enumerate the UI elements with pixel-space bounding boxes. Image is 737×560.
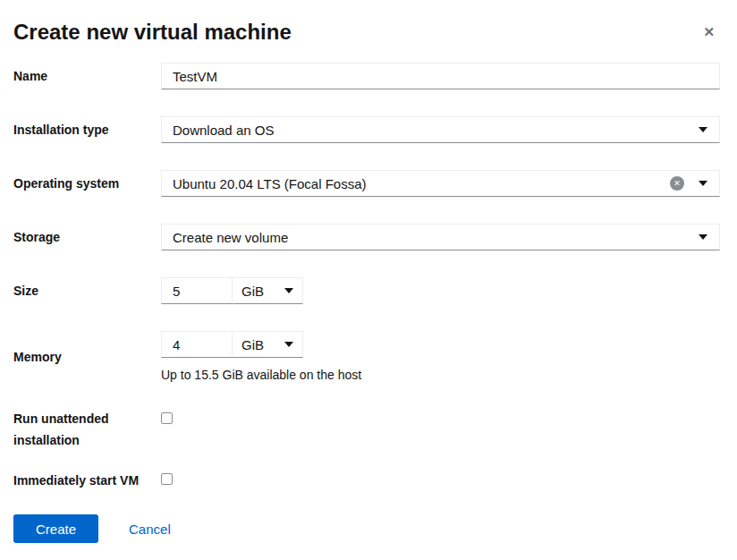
create-vm-dialog: Create new virtual machine ✕ Name Instal… bbox=[0, 0, 737, 543]
size-input[interactable] bbox=[161, 277, 233, 304]
unattended-row: Run unattended installation bbox=[13, 408, 720, 451]
memory-unit-value: GiB bbox=[241, 337, 264, 352]
storage-label: Storage bbox=[13, 229, 161, 245]
memory-input[interactable] bbox=[161, 331, 233, 358]
installation-type-value: Download an OS bbox=[173, 123, 274, 138]
size-label: Size bbox=[13, 283, 161, 299]
memory-helper-text: Up to 15.5 GiB available on the host bbox=[161, 368, 720, 383]
installation-type-row: Installation type Download an OS bbox=[13, 116, 720, 143]
chevron-down-icon bbox=[699, 181, 707, 186]
storage-value: Create new volume bbox=[173, 230, 288, 245]
create-vm-form: Name Installation type Download an OS Op… bbox=[13, 63, 720, 488]
installation-type-label: Installation type bbox=[13, 122, 161, 138]
memory-label: Memory bbox=[13, 349, 161, 365]
size-unit-select[interactable]: GiB bbox=[233, 277, 303, 304]
memory-input-group: GiB bbox=[161, 331, 303, 358]
unattended-label: Run unattended installation bbox=[13, 408, 161, 451]
name-input[interactable] bbox=[161, 63, 720, 89]
installation-type-select[interactable]: Download an OS bbox=[161, 116, 720, 143]
close-icon[interactable]: ✕ bbox=[698, 21, 720, 42]
autostart-label: Immediately start VM bbox=[13, 472, 161, 488]
size-input-group: GiB bbox=[161, 277, 303, 304]
size-row: Size GiB bbox=[13, 277, 720, 304]
autostart-row: Immediately start VM bbox=[13, 472, 720, 488]
clear-selection-icon[interactable]: ✕ bbox=[670, 176, 684, 191]
storage-select[interactable]: Create new volume bbox=[161, 224, 720, 250]
operating-system-value: Ubuntu 20.04 LTS (Focal Fossa) bbox=[173, 176, 367, 191]
create-button[interactable]: Create bbox=[13, 514, 98, 543]
memory-row: Memory GiB Up to 15.5 GiB available on t… bbox=[13, 331, 720, 383]
chevron-down-icon bbox=[284, 342, 293, 347]
operating-system-select[interactable]: Ubuntu 20.04 LTS (Focal Fossa) ✕ bbox=[161, 170, 720, 197]
cancel-button[interactable]: Cancel bbox=[129, 522, 171, 537]
dialog-title: Create new virtual machine bbox=[13, 20, 292, 45]
storage-row: Storage Create new volume bbox=[13, 224, 720, 250]
chevron-down-icon bbox=[699, 127, 707, 132]
name-row: Name bbox=[13, 63, 720, 89]
autostart-checkbox[interactable] bbox=[161, 473, 173, 485]
dialog-header: Create new virtual machine ✕ bbox=[13, 20, 720, 45]
operating-system-row: Operating system Ubuntu 20.04 LTS (Focal… bbox=[13, 170, 720, 197]
operating-system-label: Operating system bbox=[13, 175, 161, 191]
chevron-down-icon bbox=[699, 234, 707, 240]
chevron-down-icon bbox=[284, 288, 293, 293]
name-label: Name bbox=[13, 68, 161, 84]
size-unit-value: GiB bbox=[241, 284, 264, 299]
dialog-footer: Create Cancel bbox=[13, 514, 720, 543]
memory-unit-select[interactable]: GiB bbox=[233, 331, 303, 358]
unattended-checkbox[interactable] bbox=[161, 412, 173, 424]
